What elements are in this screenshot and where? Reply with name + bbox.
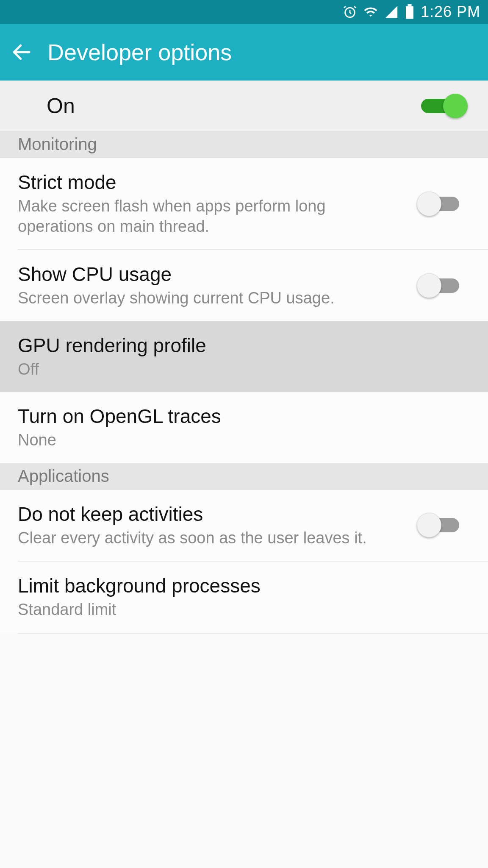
page-title: Developer options [47, 39, 232, 65]
item-title: Do not keep activities [18, 503, 400, 526]
dont-keep-activities-toggle[interactable] [417, 512, 468, 538]
back-button[interactable] [10, 41, 33, 64]
section-header-monitoring: Monitoring [0, 131, 488, 158]
item-do-not-keep-activities[interactable]: Do not keep activities Clear every activ… [0, 490, 488, 561]
strict-mode-toggle[interactable] [417, 191, 468, 217]
item-subtitle: Standard limit [18, 600, 468, 620]
app-bar: Developer options [0, 24, 488, 81]
item-title: Turn on OpenGL traces [18, 405, 468, 428]
svg-rect-1 [406, 6, 413, 19]
item-subtitle: None [18, 430, 468, 451]
section-header-label: Applications [18, 467, 109, 485]
section-header-label: Monitoring [18, 135, 97, 153]
item-subtitle: Make screen flash when apps perform long… [18, 196, 400, 236]
item-title: Limit background processes [18, 574, 468, 597]
item-subtitle: Screen overlay showing current CPU usage… [18, 288, 400, 309]
master-toggle-switch[interactable] [417, 93, 468, 119]
item-subtitle: Off [18, 359, 468, 380]
status-time: 1:26 PM [421, 3, 480, 21]
section-header-applications: Applications [0, 463, 488, 490]
show-cpu-toggle[interactable] [417, 273, 468, 298]
wifi-icon [363, 5, 378, 19]
alarm-icon [343, 5, 357, 19]
item-strict-mode[interactable]: Strict mode Make screen flash when apps … [0, 158, 488, 249]
svg-rect-2 [408, 4, 411, 6]
item-title: Strict mode [18, 171, 400, 194]
item-subtitle: Clear every activity as soon as the user… [18, 528, 400, 548]
item-opengl-traces[interactable]: Turn on OpenGL traces None [0, 392, 488, 463]
item-show-cpu-usage[interactable]: Show CPU usage Screen overlay showing cu… [0, 250, 488, 321]
item-limit-background-processes[interactable]: Limit background processes Standard limi… [0, 562, 488, 633]
item-title: Show CPU usage [18, 263, 400, 286]
item-gpu-rendering-profile[interactable]: GPU rendering profile Off [0, 321, 488, 392]
status-icons [343, 4, 415, 19]
item-title: GPU rendering profile [18, 334, 468, 357]
signal-icon [384, 5, 399, 19]
back-arrow-icon [10, 41, 33, 64]
master-toggle-row[interactable]: On [0, 81, 488, 131]
status-bar: 1:26 PM [0, 0, 488, 24]
master-toggle-label: On [47, 94, 75, 118]
divider [18, 633, 488, 634]
battery-icon [405, 4, 415, 19]
